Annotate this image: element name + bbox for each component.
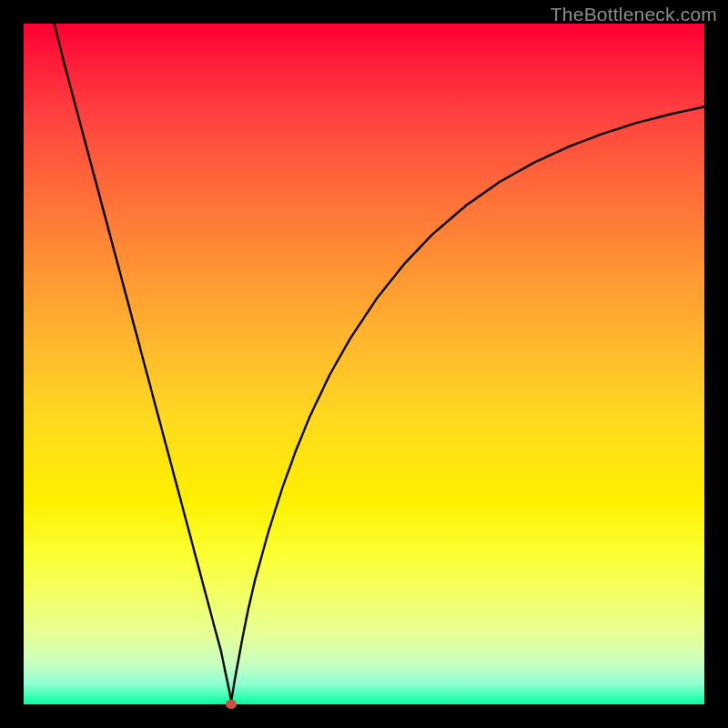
watermark-text: TheBottleneck.com bbox=[551, 4, 717, 25]
plot-area bbox=[24, 24, 704, 704]
curve-svg bbox=[24, 24, 704, 704]
chart-stage: TheBottleneck.com bbox=[0, 0, 728, 728]
optimum-marker bbox=[226, 700, 237, 709]
plot-frame bbox=[24, 24, 704, 704]
bottleneck-curve bbox=[51, 24, 704, 701]
